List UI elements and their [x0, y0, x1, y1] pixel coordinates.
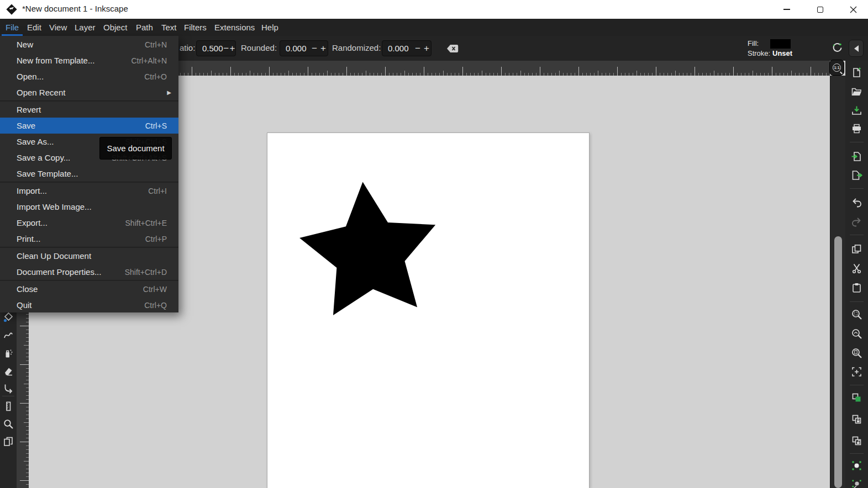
copy-icon[interactable]: [851, 243, 862, 255]
file-menu-item[interactable]: Quit Ctrl+Q: [0, 297, 178, 313]
file-menu-item[interactable]: Print... Ctrl+P: [0, 231, 178, 247]
sidebar-separator: [850, 188, 864, 189]
zoom-drawing-icon[interactable]: [851, 328, 862, 340]
tooltip-text: Save document: [107, 144, 164, 153]
close-button[interactable]: [840, 0, 866, 19]
sidebar-separator: [850, 301, 864, 302]
submenu-arrow-icon: ▶: [167, 89, 171, 96]
titlebar[interactable]: *New document 1 - Inkscape: [0, 0, 868, 19]
document-save-icon[interactable]: [851, 105, 862, 116]
menubar-item[interactable]: Extensions: [211, 19, 259, 36]
file-menu-item[interactable]: Close Ctrl+W: [0, 281, 178, 297]
file-menu-item[interactable]: Export... Shift+Ctrl+E: [0, 215, 178, 231]
decrement-button[interactable]: −: [413, 43, 422, 54]
toolbox-separator: [2, 396, 14, 396]
inkscape-window: 1:1: [0, 0, 868, 488]
menubar-item[interactable]: Help: [257, 19, 282, 36]
file-menu-item[interactable]: Save Ctrl+S: [0, 118, 178, 134]
menubar-item[interactable]: Text: [157, 19, 181, 36]
stroke-value: Unset: [772, 49, 792, 57]
export-icon[interactable]: [851, 169, 862, 181]
inkscape-logo-icon: [6, 3, 18, 15]
measure-tool[interactable]: [3, 401, 14, 412]
bucket-fill-tool[interactable]: [3, 312, 14, 323]
eraser-tool[interactable]: [3, 365, 14, 376]
pages-tool[interactable]: [3, 436, 14, 447]
zoom-selection-icon[interactable]: [851, 309, 862, 320]
decrement-button[interactable]: −: [310, 43, 319, 54]
commands-bar: [845, 61, 868, 488]
zoom-center-page-icon[interactable]: [851, 366, 862, 378]
menubar-item[interactable]: Object: [99, 19, 131, 36]
maximize-icon: [817, 7, 823, 13]
file-menu-item[interactable]: Import Web Image...: [0, 199, 178, 215]
file-menu-item[interactable]: New from Template... Ctrl+Alt+N: [0, 52, 178, 68]
menubar-item[interactable]: Filters: [180, 19, 211, 36]
file-menu-item[interactable]: Open Recent ▶: [0, 84, 178, 100]
ungroup-icon[interactable]: [851, 479, 862, 488]
minimize-button[interactable]: [774, 0, 799, 19]
tweak-tool[interactable]: [3, 330, 14, 341]
snapbar-collapse-button[interactable]: [849, 40, 864, 57]
create-clone-icon[interactable]: [851, 413, 862, 425]
close-icon: [850, 6, 857, 13]
group-icon[interactable]: [851, 460, 862, 471]
spoke-ratio-input[interactable]: 0.500 − +: [196, 40, 236, 56]
save-tooltip: Save document: [99, 137, 172, 160]
magnifier-icon: 1:1: [833, 63, 841, 72]
cut-icon[interactable]: [851, 263, 862, 274]
reset-defaults-button[interactable]: [445, 43, 460, 56]
document-new-icon[interactable]: [851, 67, 862, 78]
star-polygon[interactable]: [299, 182, 435, 315]
duplicate-icon[interactable]: [851, 392, 862, 404]
menubar-item[interactable]: Path: [132, 19, 157, 36]
stroke-label: Stroke:: [748, 49, 770, 57]
file-menu: New Ctrl+N New from Template... Ctrl+Alt…: [0, 36, 178, 312]
import-icon[interactable]: [851, 151, 862, 162]
snap-icon: [831, 41, 844, 54]
rounded-input[interactable]: 0.000 − +: [280, 40, 328, 56]
window-title: *New document 1 - Inkscape: [22, 4, 128, 13]
sidebar-separator: [850, 235, 864, 235]
scrollbar-thumb[interactable]: [834, 236, 842, 488]
menubar-item[interactable]: File: [2, 19, 23, 36]
menubar-item[interactable]: View: [45, 19, 71, 36]
file-menu-item[interactable]: Import... Ctrl+I: [0, 183, 178, 199]
menubar-item[interactable]: Edit: [23, 19, 45, 36]
sidebar-separator: [850, 142, 864, 142]
file-menu-item[interactable]: Revert: [0, 102, 178, 118]
increment-button[interactable]: +: [422, 43, 431, 54]
vertical-scrollbar[interactable]: [830, 76, 845, 488]
randomized-label: Randomized:: [332, 43, 381, 52]
snap-settings-button[interactable]: [831, 41, 844, 54]
zoom-tool[interactable]: [3, 418, 14, 429]
fill-swatch[interactable]: [770, 39, 791, 49]
unlink-clone-icon[interactable]: [851, 435, 862, 447]
file-menu-item[interactable]: Save Template...: [0, 166, 178, 182]
undo-icon[interactable]: [851, 197, 862, 208]
sidebar-separator: [850, 385, 864, 385]
increment-button[interactable]: +: [229, 43, 235, 54]
star-shape[interactable]: [267, 133, 590, 488]
redo-icon[interactable]: [851, 216, 862, 227]
spray-tool[interactable]: [3, 348, 14, 359]
randomized-input[interactable]: 0.000 − +: [382, 40, 432, 56]
document-open-icon[interactable]: [851, 86, 862, 98]
paste-icon[interactable]: [851, 282, 862, 294]
file-menu-item[interactable]: Clean Up Document: [0, 248, 178, 264]
decrement-button[interactable]: −: [223, 43, 229, 54]
zoom-page-icon[interactable]: [851, 347, 862, 359]
file-menu-item[interactable]: Document Properties... Shift+Ctrl+D: [0, 264, 178, 280]
file-menu-item[interactable]: Open... Ctrl+O: [0, 68, 178, 84]
zoom-1-1-button[interactable]: 1:1: [829, 60, 844, 76]
increment-button[interactable]: +: [319, 43, 328, 54]
connector-tool[interactable]: [3, 383, 14, 394]
print-icon[interactable]: [851, 123, 862, 135]
file-menu-item[interactable]: New Ctrl+N: [0, 36, 178, 52]
menubar: FileEditViewLayerObjectPathTextFiltersEx…: [0, 19, 868, 36]
rounded-label: Rounded:: [241, 43, 277, 52]
menubar-item[interactable]: Layer: [71, 19, 99, 36]
fill-label: Fill:: [748, 39, 759, 47]
backspace-icon: [445, 43, 460, 54]
maximize-button[interactable]: [807, 0, 833, 19]
